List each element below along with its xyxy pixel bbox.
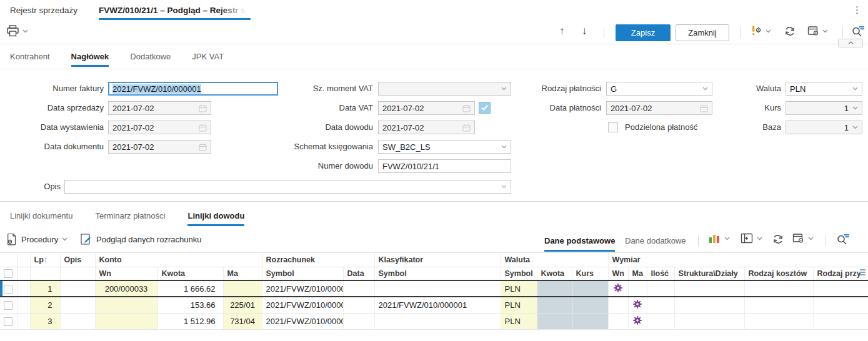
window-tab-document-preview[interactable]: FVWZ/010/21/1 – Podgląd – Rejestr sp <box>99 0 251 20</box>
cell-rozrachunek-data[interactable] <box>343 313 374 329</box>
tab-linijki-dowodu[interactable]: Linijki dowodu <box>187 202 244 229</box>
col-waluta-symbol[interactable]: Symbol <box>501 267 537 280</box>
cell-struktura-dzialy[interactable] <box>674 280 744 297</box>
cell-waluta-kwota[interactable] <box>537 297 572 313</box>
cell-kwota[interactable]: 1 512.96 <box>157 313 223 329</box>
data-dokumentu-field[interactable]: 2021-07-02 <box>108 140 211 154</box>
refresh-grid-button[interactable] <box>772 233 784 245</box>
cell-opis[interactable] <box>60 280 95 297</box>
calendar-icon[interactable] <box>199 104 207 112</box>
col-wymiar-ma[interactable]: Ma <box>628 267 647 280</box>
row-checkbox[interactable] <box>4 317 12 326</box>
calendar-icon[interactable] <box>462 104 471 112</box>
col-konto-wn[interactable]: Wn <box>95 267 157 280</box>
save-button[interactable]: Zapisz <box>616 24 671 41</box>
opis-dropdown[interactable] <box>64 180 511 194</box>
calendar-icon[interactable] <box>199 124 207 132</box>
cell-lp[interactable]: 2 <box>30 297 60 313</box>
cell-waluta-kwota[interactable] <box>537 280 572 297</box>
schemat-ksiegowania-dropdown[interactable]: SW_B2C_LS <box>378 140 511 154</box>
data-sprzedazy-field[interactable]: 2021-07-02 <box>108 101 211 115</box>
calendar-icon[interactable] <box>199 143 207 151</box>
collapse-panel-button[interactable] <box>838 39 863 47</box>
data-vat-checkbox[interactable] <box>479 102 491 114</box>
cell-opis[interactable] <box>60 297 95 313</box>
podglad-rozrachunku-button[interactable]: Podgląd danych rozrachunku <box>80 233 201 245</box>
col-rozrachunek-symbol[interactable]: Symbol <box>262 267 343 280</box>
row-checkbox[interactable] <box>4 285 12 294</box>
cell-rozrachunek-data[interactable] <box>343 280 374 297</box>
cell-klasyfikator-symbol[interactable] <box>374 313 501 329</box>
cell-waluta-kurs[interactable] <box>572 313 608 329</box>
gear-icon[interactable] <box>633 316 642 325</box>
cell-lp[interactable]: 1 <box>30 280 60 297</box>
row-select[interactable] <box>0 313 17 329</box>
cell-konto-ma[interactable] <box>223 280 262 297</box>
cell-rodzaj-kosztow[interactable] <box>744 297 813 313</box>
cell-konto-ma[interactable]: 225/01 <box>223 297 262 313</box>
col-wymiar-wn[interactable]: Wn <box>608 267 628 280</box>
cell-kwota[interactable]: 1 666.62 <box>157 280 223 297</box>
row-marker[interactable] <box>17 313 30 329</box>
gear-icon[interactable] <box>614 284 622 292</box>
col-opis[interactable]: Opis <box>60 253 95 267</box>
cell-waluta-kurs[interactable] <box>572 297 608 313</box>
cell-wymiar-wn[interactable] <box>608 280 628 297</box>
kurs-field[interactable]: 1 <box>786 101 862 115</box>
cell-waluta-kwota[interactable] <box>537 313 572 329</box>
cell-opis[interactable] <box>60 313 95 329</box>
scrollbar-hint-icon[interactable] <box>860 269 866 275</box>
tab-naglowek[interactable]: Nagłówek <box>71 44 109 69</box>
cell-wymiar-ma[interactable] <box>628 297 647 313</box>
select-all-checkbox[interactable] <box>4 269 12 278</box>
cell-rozrachunek-symbol[interactable]: 2021/FVWZ/010/000001 <box>262 280 343 297</box>
grid-row[interactable]: 2153.66225/012021/FVWZ/010/0000012021/FV… <box>0 297 868 313</box>
col-rodzaj-kosztow[interactable]: Rodzaj kosztów <box>744 267 813 280</box>
col-konto-ma[interactable]: Ma <box>223 267 262 280</box>
col-waluta-kwota[interactable]: Kwota <box>537 267 572 280</box>
col-struktura-dzialy[interactable]: Struktura\Działy <box>674 267 744 280</box>
sz-moment-vat-dropdown[interactable] <box>378 82 511 96</box>
data-wystawienia-field[interactable]: 2021-07-02 <box>108 121 211 134</box>
cell-waluta-symbol[interactable]: PLN <box>501 313 537 329</box>
move-down-button[interactable]: ↓ <box>582 26 587 36</box>
gear-icon[interactable] <box>633 300 642 309</box>
cell-klasyfikator-symbol[interactable] <box>374 280 501 297</box>
col-lp[interactable]: Lp↑ <box>30 253 60 267</box>
cell-kwota[interactable]: 153.66 <box>157 297 223 313</box>
cell-rozrachunek-symbol[interactable]: 2021/FVWZ/010/000001 <box>262 313 343 329</box>
cell-konto-wn[interactable]: 200/000033 <box>95 280 157 297</box>
cell-struktura-dzialy[interactable] <box>674 313 744 329</box>
cell-rodzaj-przy[interactable] <box>813 313 868 329</box>
close-button[interactable]: Zamknij <box>676 24 729 41</box>
col-konto-kwota[interactable]: Kwota <box>157 267 223 280</box>
cell-ilosc[interactable] <box>647 313 674 329</box>
chart-view-button[interactable] <box>708 233 730 244</box>
data-vat-field[interactable]: 2021-07-02 <box>378 101 475 115</box>
cell-ilosc[interactable] <box>647 297 674 313</box>
cell-rodzaj-przy[interactable] <box>813 297 868 313</box>
podzielona-platnosc-checkbox[interactable] <box>608 122 618 132</box>
validation-warnings-button[interactable] <box>750 25 771 37</box>
grid-settings-button[interactable] <box>792 233 814 244</box>
col-ilosc[interactable]: Ilość <box>647 267 674 280</box>
grid-row[interactable]: 31 512.96731/042021/FVWZ/010/000001PLN <box>0 313 868 329</box>
tab-dane-dodatkowe[interactable]: Dane dodatkowe <box>625 229 686 252</box>
search-button[interactable] <box>851 25 865 37</box>
cell-rozrachunek-data[interactable] <box>343 297 374 313</box>
data-dowodu-field[interactable]: 2021-07-02 <box>378 121 475 134</box>
cell-wymiar-ma[interactable] <box>628 313 647 329</box>
cell-waluta-kurs[interactable] <box>572 280 608 297</box>
calendar-icon[interactable] <box>462 124 471 132</box>
tab-terminarz-platnosci[interactable]: Terminarz płatności <box>95 202 165 229</box>
cell-klasyfikator-symbol[interactable]: 2021/FVWZ/010/000001 <box>374 297 501 313</box>
cell-wymiar-ma[interactable] <box>628 280 647 297</box>
grid-row[interactable]: 1200/0000331 666.622021/FVWZ/010/000001P… <box>0 280 868 297</box>
cell-konto-wn[interactable] <box>95 313 157 329</box>
row-marker[interactable] <box>17 280 30 297</box>
numer-dowodu-field[interactable]: FVWZ/010/21/1 <box>378 159 511 173</box>
grid-search-button[interactable] <box>836 233 850 245</box>
tab-linijki-dokumentu[interactable]: Linijki dokumentu <box>10 202 72 229</box>
move-up-button[interactable]: ↑ <box>559 26 565 36</box>
row-checkbox[interactable] <box>4 301 12 310</box>
